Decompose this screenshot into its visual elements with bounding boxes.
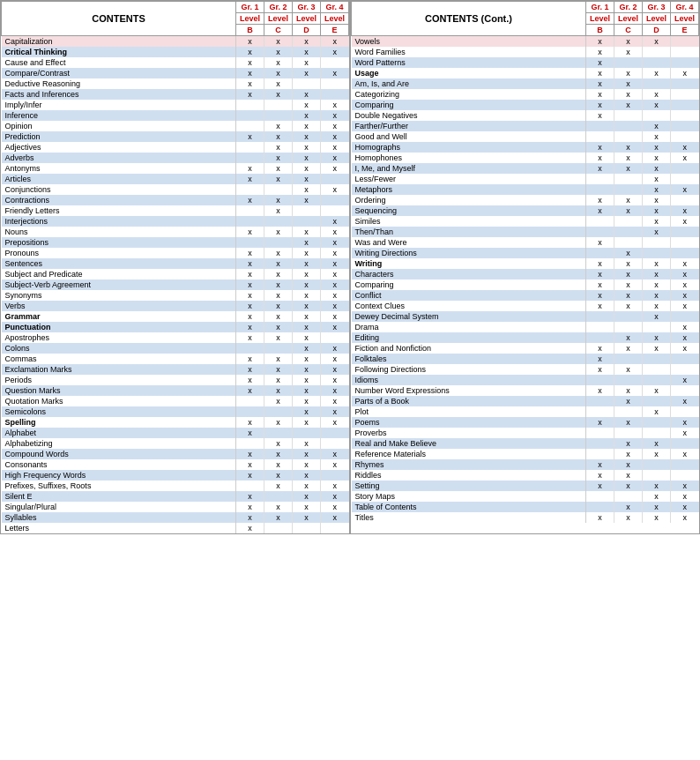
right-panel: CONTENTS (Cont.)Gr. 1Gr. 2Gr. 3Gr. 4Leve… [350, 0, 700, 534]
row-label: Setting [352, 481, 586, 491]
x-cell: x [671, 68, 699, 78]
x-cell [671, 89, 699, 100]
level-letter-1: B [236, 25, 264, 36]
x-cell: x [293, 438, 321, 449]
x-cell: x [614, 100, 643, 110]
x-cell: x [293, 396, 321, 406]
x-cell: x [614, 343, 643, 354]
x-cell: x [614, 417, 643, 428]
x-cell: x [293, 343, 321, 354]
x-cell [671, 163, 699, 174]
x-cell [264, 216, 293, 227]
level-header-3: Level [293, 13, 321, 25]
table-row: I, Me, and Myselfxxx [352, 163, 699, 174]
panel-title: CONTENTS [2, 2, 236, 36]
table-row: Context Cluesxxxx [352, 301, 699, 311]
x-cell: x [586, 290, 614, 301]
row-label: I, Me, and Myself [352, 163, 586, 174]
table-row: Opinionxxx [2, 121, 349, 131]
x-cell: x [586, 301, 614, 311]
table-row: Sentencesxxxx [2, 258, 349, 269]
table-row: Charactersxxxx [352, 269, 699, 279]
row-label: Context Clues [352, 301, 586, 311]
x-cell: x [321, 216, 349, 227]
x-cell [643, 459, 671, 470]
x-cell [671, 311, 699, 322]
x-cell: x [586, 89, 614, 100]
x-cell: x [293, 449, 321, 459]
x-cell: x [264, 438, 293, 449]
table-row: Consonantsxxxx [2, 459, 349, 470]
table-row: Categorizingxxx [352, 89, 699, 100]
row-label: Alphabetizing [2, 438, 236, 449]
x-cell: x [321, 301, 349, 311]
row-label: Similes [352, 216, 586, 227]
row-label: Letters [2, 523, 236, 533]
table-row: Apostrophesxxx [2, 332, 349, 343]
row-label: Antonyms [2, 163, 236, 174]
table-row: Prepositionsxx [2, 237, 349, 248]
x-cell: x [586, 100, 614, 110]
table-row: Imply/Inferxx [2, 100, 349, 110]
table-row: Inferencexx [2, 110, 349, 121]
row-label: Capitalization [2, 36, 236, 48]
x-cell: x [321, 279, 349, 290]
x-cell: x [671, 491, 699, 502]
x-cell [321, 174, 349, 184]
x-cell [643, 375, 671, 385]
x-cell: x [264, 131, 293, 142]
x-cell [236, 184, 264, 195]
x-cell: x [643, 491, 671, 502]
x-cell: x [321, 449, 349, 459]
x-cell: x [671, 396, 699, 406]
row-label: Opinion [2, 121, 236, 131]
level-letter-3: D [643, 25, 671, 36]
x-cell: x [586, 163, 614, 174]
x-cell: x [293, 332, 321, 343]
page: CONTENTSGr. 1Gr. 2Gr. 3Gr. 4LevelLevelLe… [0, 0, 700, 534]
row-label: Subject and Predicate [2, 269, 236, 279]
row-label: Adjectives [2, 142, 236, 153]
x-cell: x [643, 481, 671, 491]
table-row: Alphabetx [2, 428, 349, 438]
row-label: Compound Words [2, 449, 236, 459]
x-cell [643, 322, 671, 332]
x-cell: x [586, 512, 614, 523]
x-cell [643, 110, 671, 121]
table-row: Pronounsxxxx [2, 248, 349, 258]
x-cell: x [671, 322, 699, 332]
x-cell: x [264, 153, 293, 163]
row-label: Table of Contents [352, 502, 586, 512]
table-row: Writingxxxx [352, 258, 699, 269]
table-row: Subject-Verb Agreementxxxx [2, 279, 349, 290]
x-cell: x [236, 290, 264, 301]
x-cell: x [586, 470, 614, 481]
x-cell [643, 47, 671, 57]
table-row: Exclamation Marksxxxx [2, 364, 349, 375]
x-cell: x [321, 364, 349, 375]
x-cell [643, 248, 671, 258]
x-cell: x [586, 57, 614, 68]
x-cell: x [321, 121, 349, 131]
x-cell: x [321, 269, 349, 279]
table-row: Comparingxxxx [352, 279, 699, 290]
table-row: Vowelsxxx [352, 36, 699, 48]
x-cell [671, 470, 699, 481]
table-row: Subject and Predicatexxxx [2, 269, 349, 279]
table-row: Usagexxxx [352, 68, 699, 78]
x-cell: x [293, 375, 321, 385]
x-cell: x [614, 89, 643, 100]
table-row: Alphabetizingxx [2, 438, 349, 449]
x-cell [236, 142, 264, 153]
x-cell [614, 121, 643, 131]
x-cell [671, 131, 699, 142]
x-cell: x [264, 121, 293, 131]
x-cell: x [264, 311, 293, 322]
row-label: Consonants [2, 459, 236, 470]
x-cell: x [236, 163, 264, 174]
x-cell [614, 174, 643, 184]
x-cell: x [264, 354, 293, 364]
x-cell: x [586, 78, 614, 89]
table-row: Nounsxxxx [2, 227, 349, 237]
x-cell: x [236, 57, 264, 68]
